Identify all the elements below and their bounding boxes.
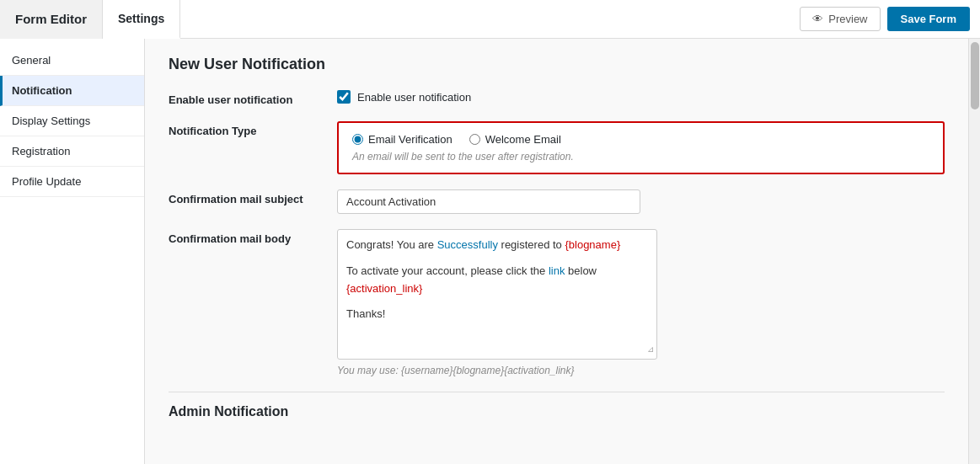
save-form-button[interactable]: Save Form — [887, 7, 970, 31]
sidebar-item-notification[interactable]: Notification — [0, 76, 144, 106]
top-bar: Form Editor Settings 👁 Preview Save Form — [0, 0, 980, 39]
confirmation-subject-control — [337, 189, 945, 214]
confirmation-body-control: Congrats! You are Successfully registere… — [337, 229, 945, 376]
sidebar-label-general: General — [12, 54, 51, 67]
main-layout: General Notification Display Settings Re… — [0, 39, 980, 464]
notification-type-row: Notification Type Email Verification Wel… — [169, 121, 945, 174]
tab-form-editor[interactable]: Form Editor — [0, 0, 103, 39]
scrollbar-thumb[interactable] — [971, 42, 979, 109]
textarea-inner: Congrats! You are Successfully registere… — [346, 237, 648, 323]
radio-welcome-email[interactable]: Welcome Email — [469, 133, 561, 146]
admin-notification-title: Admin Notification — [169, 392, 945, 419]
confirmation-subject-input[interactable] — [337, 189, 640, 214]
body-line2-link: link — [549, 264, 565, 277]
confirmation-body-textarea[interactable]: Congrats! You are Successfully registere… — [337, 229, 657, 360]
mail-body-hint: You may use: {username}{blogname}{activa… — [337, 365, 945, 376]
radio-email-verification-input[interactable] — [352, 134, 363, 145]
top-bar-actions: 👁 Preview Save Form — [800, 7, 980, 31]
confirmation-body-label: Confirmation mail body — [169, 229, 337, 245]
section-title: New User Notification — [169, 56, 945, 73]
sidebar-item-registration[interactable]: Registration — [0, 136, 144, 167]
radio-row: Email Verification Welcome Email — [352, 133, 929, 146]
confirmation-body-row: Confirmation mail body Congrats! You are… — [169, 229, 945, 376]
radio-email-verification[interactable]: Email Verification — [352, 133, 453, 146]
sidebar-item-general[interactable]: General — [0, 45, 144, 76]
notification-type-control: Email Verification Welcome Email An emai… — [337, 121, 945, 174]
enable-notification-checkbox[interactable] — [337, 90, 351, 104]
body-line2: To activate your account, please click t… — [346, 263, 648, 298]
eye-icon: 👁 — [812, 13, 823, 25]
content-area: New User Notification Enable user notifi… — [145, 39, 968, 464]
notification-type-box: Email Verification Welcome Email An emai… — [337, 121, 945, 174]
body-line3-activation: {activation_link} — [346, 282, 422, 295]
radio-welcome-email-label: Welcome Email — [485, 133, 561, 146]
enable-notification-row: Enable user notification Enable user not… — [169, 90, 945, 106]
sidebar: General Notification Display Settings Re… — [0, 39, 145, 464]
radio-email-verification-label: Email Verification — [368, 133, 453, 146]
scrollbar[interactable] — [968, 39, 980, 464]
notification-type-hint: An email will be sent to the user after … — [352, 151, 929, 163]
body-line4: Thanks! — [346, 306, 648, 323]
body-line1: Congrats! You are Successfully registere… — [346, 237, 648, 254]
tab-settings[interactable]: Settings — [103, 0, 180, 39]
enable-notification-label: Enable user notification — [169, 90, 337, 106]
radio-welcome-email-input[interactable] — [469, 134, 480, 145]
sidebar-item-profile-update[interactable]: Profile Update — [0, 167, 144, 197]
sidebar-label-display-settings: Display Settings — [12, 115, 90, 127]
preview-button[interactable]: 👁 Preview — [800, 7, 880, 31]
sidebar-label-notification: Notification — [12, 84, 72, 97]
body-line1-blogname: {blogname} — [565, 238, 620, 251]
confirmation-subject-row: Confirmation mail subject — [169, 189, 945, 214]
checkbox-row: Enable user notification — [337, 90, 945, 104]
enable-notification-control: Enable user notification — [337, 90, 945, 104]
body-line1-success: Successfully — [437, 238, 498, 251]
sidebar-item-display-settings[interactable]: Display Settings — [0, 106, 144, 136]
confirmation-subject-label: Confirmation mail subject — [169, 189, 337, 205]
enable-notification-checkbox-label[interactable]: Enable user notification — [357, 91, 471, 104]
preview-label: Preview — [828, 13, 867, 25]
resize-handle: ⊿ — [647, 343, 654, 356]
sidebar-label-registration: Registration — [12, 145, 70, 157]
notification-type-label: Notification Type — [169, 121, 337, 137]
sidebar-label-profile-update: Profile Update — [12, 175, 81, 188]
